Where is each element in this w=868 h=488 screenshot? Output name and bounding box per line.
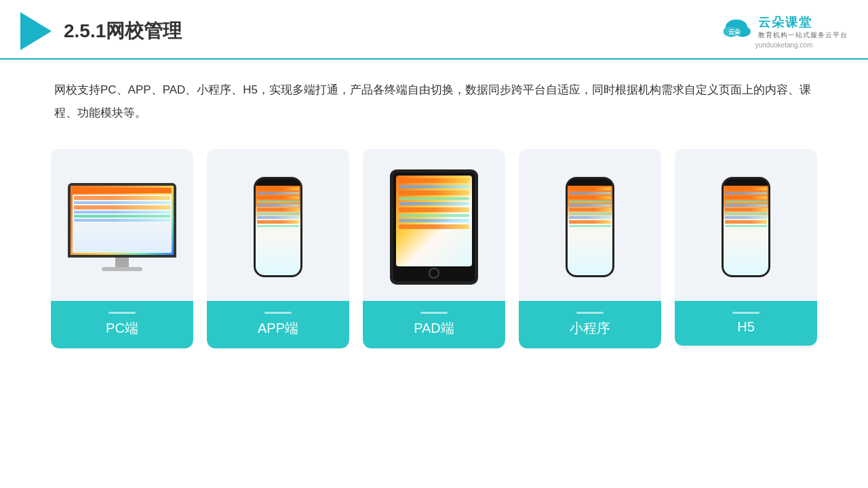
description-text: 网校支持PC、APP、PAD、小程序、H5，实现多端打通，产品各终端自由切换，数… (0, 60, 868, 136)
card-h5-label: H5 (675, 301, 817, 346)
card-pad-label: PAD端 (363, 301, 505, 348)
card-app-label: APP端 (207, 301, 349, 348)
brand-name: 云朵课堂 (758, 14, 812, 30)
cards-container: PC端 (0, 136, 868, 362)
mini-phone-mockup (566, 177, 614, 277)
pc-screen (68, 183, 176, 258)
card-pad: PAD端 (363, 149, 505, 348)
pc-mockup (68, 183, 176, 271)
app-phone-mockup (254, 177, 302, 277)
card-mini-label: 小程序 (519, 301, 661, 348)
card-mini: 小程序 (519, 149, 661, 348)
card-pc: PC端 (51, 149, 193, 348)
app-phone-body (254, 177, 302, 277)
logo-triangle-icon (20, 12, 52, 50)
brand-sub: 教育机构一站式服务云平台 (758, 30, 848, 40)
brand-url: yunduoketang.com (755, 41, 813, 49)
cloud-icon: 云朵 (720, 16, 753, 38)
card-pad-image (363, 149, 505, 298)
h5-phone-mockup (722, 177, 770, 277)
page-title: 2.5.1网校管理 (64, 18, 182, 44)
card-mini-image (519, 149, 661, 298)
header: 2.5.1网校管理 云朵 云朵课堂 教育机构一站式服务云平台 yunduoket… (0, 0, 868, 60)
tablet-mockup (390, 169, 478, 285)
card-pc-label: PC端 (51, 301, 193, 348)
card-h5: H5 (675, 149, 817, 348)
svg-text:云朵: 云朵 (728, 28, 741, 35)
brand-text: 云朵课堂 教育机构一站式服务云平台 (758, 14, 848, 40)
brand-section: 云朵 云朵课堂 教育机构一站式服务云平台 yunduoketang.com (720, 14, 848, 49)
header-left: 2.5.1网校管理 (20, 12, 182, 50)
h5-phone-body (722, 177, 770, 277)
brand-logo: 云朵 云朵课堂 教育机构一站式服务云平台 (720, 14, 848, 40)
card-h5-image (675, 149, 817, 298)
card-app: APP端 (207, 149, 349, 348)
card-pc-image (51, 149, 193, 298)
card-app-image (207, 149, 349, 298)
mini-phone-body (566, 177, 614, 277)
tablet-body (390, 169, 478, 285)
